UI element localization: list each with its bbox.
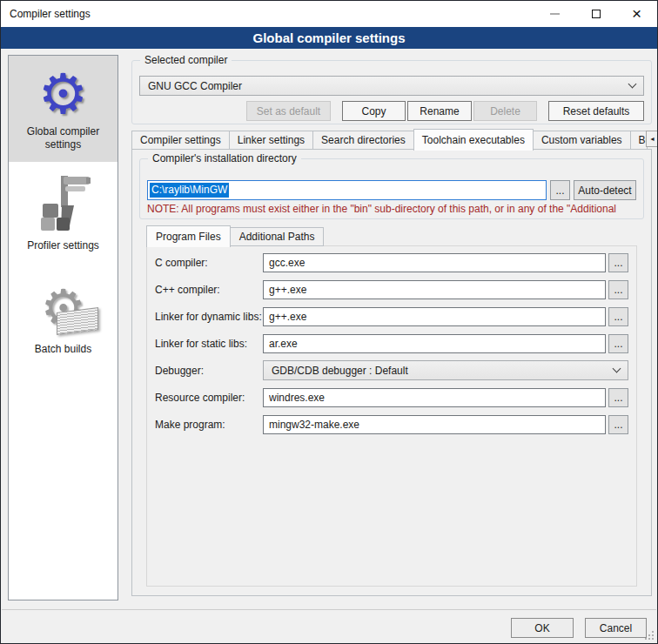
tab-toolchain-executables[interactable]: Toolchain executables bbox=[413, 129, 534, 151]
tab-scroll-left-icon: ◄ bbox=[649, 136, 655, 142]
toolchain-executables-panel: Compiler's installation directory C:\ray… bbox=[131, 149, 652, 596]
resource-compiler-input[interactable] bbox=[263, 388, 606, 407]
gear-stack-icon: ⚙ bbox=[27, 280, 100, 343]
title-bar: Compiler settings × bbox=[1, 1, 657, 27]
field-label: Linker for dynamic libs: bbox=[155, 311, 263, 323]
sidebar-item-label: Global compiler settings bbox=[18, 125, 109, 151]
c-compiler-browse-button[interactable]: ... bbox=[608, 253, 628, 272]
set-as-default-button[interactable]: Set as default bbox=[246, 101, 331, 121]
cpp-compiler-input[interactable] bbox=[263, 280, 606, 299]
installation-directory-input[interactable]: C:\raylib\MinGW bbox=[147, 180, 547, 200]
sidebar-item-profiler-settings[interactable]: Profiler settings bbox=[9, 162, 118, 261]
debugger-select-value: GDB/CDB debugger : Default bbox=[272, 365, 408, 377]
row-make-program: Make program: ... bbox=[155, 414, 628, 434]
field-label: C compiler: bbox=[155, 257, 263, 269]
footer-separator bbox=[2, 609, 656, 610]
chevron-down-icon bbox=[628, 80, 637, 89]
program-files-tabstrip: Program Files Additional Paths bbox=[146, 225, 323, 246]
compiler-actions: Set as default Copy Rename Delete Reset … bbox=[139, 101, 644, 121]
make-program-input[interactable] bbox=[263, 415, 606, 434]
row-resource-compiler: Resource compiler: ... bbox=[155, 387, 628, 407]
tab-scroll-buttons: ◄ ► bbox=[647, 131, 658, 147]
field-label: Linker for static libs: bbox=[155, 338, 263, 350]
cpp-compiler-browse-button[interactable]: ... bbox=[608, 280, 628, 299]
tab-program-files[interactable]: Program Files bbox=[146, 225, 231, 247]
main-content: Selected compiler GNU GCC Compiler Set a… bbox=[131, 55, 652, 601]
dialog-header: Global compiler settings bbox=[1, 27, 657, 49]
auto-detect-button[interactable]: Auto-detect bbox=[574, 180, 636, 200]
close-icon: × bbox=[632, 10, 641, 18]
sidebar-item-batch-builds[interactable]: ⚙ Batch builds bbox=[9, 261, 118, 365]
tab-search-directories[interactable]: Search directories bbox=[312, 131, 414, 150]
close-button[interactable]: × bbox=[616, 1, 657, 27]
resource-compiler-browse-button[interactable]: ... bbox=[608, 388, 628, 407]
row-c-compiler: C compiler: ... bbox=[155, 252, 628, 272]
compiler-settings-dialog: Compiler settings × Global compiler sett… bbox=[0, 0, 658, 644]
program-files-panel: C compiler: ... C++ compiler: ... bbox=[146, 245, 637, 587]
selected-compiler-group: Selected compiler GNU GCC Compiler Set a… bbox=[131, 60, 652, 124]
compiler-select-value: GNU GCC Compiler bbox=[148, 80, 242, 92]
copy-button[interactable]: Copy bbox=[342, 101, 406, 121]
minimize-button[interactable] bbox=[534, 1, 575, 27]
sidebar-item-label: Batch builds bbox=[18, 343, 109, 356]
tab-compiler-settings[interactable]: Compiler settings bbox=[131, 131, 230, 150]
group-label: Compiler's installation directory bbox=[148, 152, 301, 164]
note-text: NOTE: All programs must exist either in … bbox=[147, 203, 643, 215]
compiler-select[interactable]: GNU GCC Compiler bbox=[139, 76, 644, 96]
linker-static-input[interactable] bbox=[263, 334, 606, 353]
resize-grip[interactable] bbox=[645, 631, 654, 640]
linker-static-browse-button[interactable]: ... bbox=[608, 334, 628, 353]
row-linker-dynamic: Linker for dynamic libs: ... bbox=[155, 306, 628, 326]
window-title: Compiler settings bbox=[10, 8, 91, 20]
caliper-icon bbox=[32, 172, 95, 239]
cancel-button[interactable]: Cancel bbox=[585, 618, 647, 638]
installation-directory-value: C:\raylib\MinGW bbox=[150, 183, 229, 198]
tab-custom-variables[interactable]: Custom variables bbox=[533, 131, 631, 150]
gear-blue-icon: ⚙ bbox=[38, 63, 88, 125]
program-rows: C compiler: ... C++ compiler: ... bbox=[147, 246, 636, 434]
field-label: C++ compiler: bbox=[155, 284, 263, 296]
tab-linker-settings[interactable]: Linker settings bbox=[229, 131, 313, 150]
maximize-button[interactable] bbox=[575, 1, 616, 27]
reset-defaults-button[interactable]: Reset defaults bbox=[548, 101, 644, 121]
debugger-select[interactable]: GDB/CDB debugger : Default bbox=[263, 360, 628, 380]
rename-button[interactable]: Rename bbox=[407, 101, 472, 121]
row-cpp-compiler: C++ compiler: ... bbox=[155, 279, 628, 299]
browse-directory-button[interactable]: ... bbox=[550, 180, 570, 200]
sidebar-item-global-compiler-settings[interactable]: ⚙ Global compiler settings bbox=[9, 56, 118, 162]
linker-dynamic-input[interactable] bbox=[263, 307, 606, 326]
field-label: Debugger: bbox=[155, 365, 263, 377]
tab-build-options[interactable]: Build options bbox=[630, 131, 648, 150]
ok-button[interactable]: OK bbox=[511, 618, 574, 638]
page-title: Global compiler settings bbox=[252, 30, 405, 45]
settings-category-list: ⚙ Global compiler settings Profiler sett… bbox=[8, 55, 118, 600]
delete-button[interactable]: Delete bbox=[473, 101, 537, 121]
maximize-icon bbox=[592, 10, 601, 18]
tab-additional-paths[interactable]: Additional Paths bbox=[230, 227, 325, 246]
settings-tabstrip: Compiler settings Linker settings Search… bbox=[131, 128, 652, 150]
window-controls: × bbox=[534, 1, 657, 27]
c-compiler-input[interactable] bbox=[263, 253, 606, 272]
field-label: Make program: bbox=[155, 419, 263, 431]
chevron-down-icon bbox=[613, 365, 621, 373]
make-program-browse-button[interactable]: ... bbox=[608, 415, 628, 434]
installation-directory-group: Compiler's installation directory C:\ray… bbox=[139, 158, 644, 219]
field-label: Resource compiler: bbox=[155, 392, 263, 404]
tab-scroll-left-button[interactable]: ◄ bbox=[646, 131, 658, 147]
minimize-icon bbox=[550, 13, 560, 15]
linker-dynamic-browse-button[interactable]: ... bbox=[608, 307, 628, 326]
row-debugger: Debugger: GDB/CDB debugger : Default bbox=[155, 360, 628, 380]
installation-directory-row: C:\raylib\MinGW ... Auto-detect bbox=[147, 180, 636, 200]
row-linker-static: Linker for static libs: ... bbox=[155, 333, 628, 353]
sidebar-item-label: Profiler settings bbox=[18, 239, 109, 252]
group-label: Selected compiler bbox=[140, 54, 232, 66]
